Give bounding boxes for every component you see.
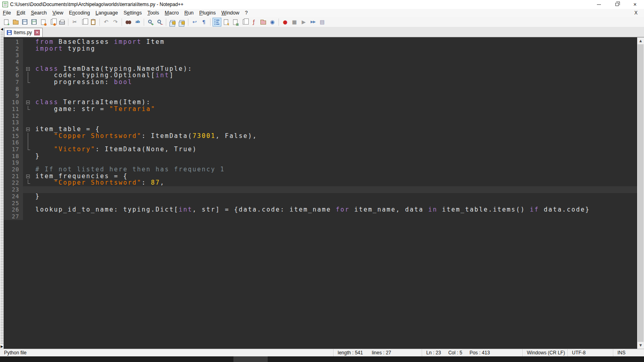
function-list-icon[interactable]: ƒ bbox=[250, 18, 258, 27]
code-line[interactable]: 4 bbox=[4, 59, 637, 66]
folder-as-workspace-icon[interactable] bbox=[259, 18, 268, 27]
menu-encoding[interactable]: Encoding bbox=[66, 9, 93, 16]
zoom-in-icon[interactable]: + bbox=[146, 18, 155, 27]
fold-collapse-marker[interactable] bbox=[23, 173, 34, 180]
macro-record-icon[interactable]: ● bbox=[281, 18, 290, 27]
fold-box-icon[interactable] bbox=[26, 175, 30, 178]
menu-settings[interactable]: Settings bbox=[121, 9, 144, 16]
sync-horizontal-icon[interactable] bbox=[178, 18, 186, 27]
menu-macro[interactable]: Macro bbox=[162, 9, 182, 16]
splitter-expand-right-icon[interactable]: ▶ bbox=[0, 345, 3, 349]
redo-icon[interactable]: ↷ bbox=[111, 18, 120, 27]
splitter-collapse-left-icon[interactable]: ◀ bbox=[0, 27, 3, 31]
code-line[interactable]: 5class ItemData(typing.NamedTuple): bbox=[4, 66, 637, 72]
code-area[interactable]: 1from BaseClasses import Item2import typ… bbox=[4, 37, 637, 349]
line-number: 19 bbox=[4, 159, 23, 166]
status-insert-mode[interactable]: INS bbox=[613, 349, 644, 356]
close-button[interactable]: × bbox=[626, 0, 644, 9]
menubar-close-icon[interactable]: X bbox=[633, 10, 639, 16]
code-line[interactable]: 12 bbox=[4, 113, 637, 119]
status-eol-format[interactable]: Windows (CR LF) bbox=[522, 349, 568, 356]
fold-box-icon[interactable] bbox=[26, 128, 30, 131]
sync-vertical-icon[interactable] bbox=[168, 18, 177, 27]
menu-run[interactable]: Run bbox=[182, 9, 196, 16]
save-all-icon[interactable] bbox=[30, 18, 39, 27]
macro-save-icon[interactable]: ▤ bbox=[318, 18, 327, 27]
monitoring-eye-icon[interactable]: ◉ bbox=[268, 18, 277, 27]
macro-play-icon[interactable]: ▶ bbox=[299, 18, 308, 27]
tab-items-py[interactable]: Items.py ✕ bbox=[4, 28, 43, 37]
macro-stop-icon[interactable]: ■ bbox=[290, 18, 299, 27]
restore-button[interactable] bbox=[608, 0, 626, 9]
taskbar-app-button[interactable] bbox=[233, 356, 268, 362]
paste-icon[interactable] bbox=[89, 18, 98, 27]
document-map-icon[interactable]: ▦ bbox=[231, 18, 240, 27]
document-list-icon[interactable] bbox=[240, 18, 249, 27]
copy-icon[interactable] bbox=[80, 18, 89, 27]
fold-collapse-marker[interactable] bbox=[23, 99, 34, 106]
zoom-out-icon[interactable]: − bbox=[155, 18, 164, 27]
fold-box-icon[interactable] bbox=[26, 101, 30, 104]
function-completion-icon[interactable]: ↯ bbox=[222, 18, 231, 27]
menu-plugins[interactable]: Plugins bbox=[196, 9, 219, 16]
code-line[interactable]: 9 bbox=[4, 93, 637, 99]
cut-icon[interactable]: ✂ bbox=[70, 18, 79, 27]
menu-[interactable]: ? bbox=[242, 9, 251, 16]
scroll-down-icon[interactable]: ▼ bbox=[637, 342, 644, 349]
undo-icon[interactable]: ↶ bbox=[102, 18, 111, 27]
show-all-characters-icon[interactable]: ¶ bbox=[200, 18, 208, 27]
menu-tools[interactable]: Tools bbox=[144, 9, 162, 16]
code-line[interactable]: 8 bbox=[4, 86, 637, 93]
code-line[interactable]: 23 bbox=[4, 186, 637, 193]
code-line[interactable]: 26lookup_id_to_name: typing.Dict[int, st… bbox=[4, 206, 637, 213]
minimize-button[interactable] bbox=[590, 0, 608, 9]
code-line[interactable]: 18} bbox=[4, 153, 637, 160]
save-icon[interactable] bbox=[21, 18, 29, 27]
open-file-icon[interactable] bbox=[11, 18, 20, 27]
new-file-icon[interactable]: + bbox=[2, 18, 11, 27]
code-line[interactable]: 2import typing bbox=[4, 45, 637, 52]
status-encoding[interactable]: UTF-8 bbox=[568, 349, 613, 356]
code-line[interactable]: 21item_frequencies = { bbox=[4, 173, 637, 180]
menu-view[interactable]: View bbox=[50, 9, 66, 16]
code-line[interactable]: 25 bbox=[4, 200, 637, 207]
fold-collapse-marker[interactable] bbox=[23, 126, 34, 133]
menu-file[interactable]: File bbox=[0, 9, 14, 16]
word-wrap-icon[interactable]: ↩ bbox=[190, 18, 199, 27]
replace-icon[interactable]: ab bbox=[133, 18, 142, 27]
scroll-up-icon[interactable]: ▲ bbox=[637, 37, 644, 44]
code-line[interactable]: 16 bbox=[4, 139, 637, 146]
code-line[interactable]: 17 "Victory": ItemData(None, True) bbox=[4, 146, 637, 153]
code-line[interactable]: 27 bbox=[4, 213, 637, 220]
show-indent-guide-icon[interactable] bbox=[213, 18, 221, 27]
close-icon[interactable]: ● bbox=[39, 18, 48, 27]
vertical-scrollbar[interactable]: ▲ ▼ bbox=[637, 37, 644, 349]
menu-window[interactable]: Window bbox=[219, 9, 242, 16]
code-line[interactable]: 20# If not listed here then has frequenc… bbox=[4, 166, 637, 173]
find-icon[interactable] bbox=[124, 18, 133, 27]
code-line[interactable]: 24} bbox=[4, 193, 637, 200]
code-line[interactable]: 1from BaseClasses import Item bbox=[4, 39, 637, 45]
code-line[interactable]: 11 game: str = "Terraria" bbox=[4, 106, 637, 113]
fold-box-icon[interactable] bbox=[26, 67, 30, 71]
code-line[interactable]: 6 code: typing.Optional[int] bbox=[4, 72, 637, 79]
code-line[interactable]: 14item_table = { bbox=[4, 126, 637, 133]
code-line[interactable]: 10class TerrariaItem(Item): bbox=[4, 99, 637, 106]
splitter-grip[interactable] bbox=[0, 31, 4, 345]
code-line[interactable]: 3 bbox=[4, 52, 637, 59]
scrollbar-thumb[interactable] bbox=[638, 44, 644, 342]
menu-language[interactable]: Language bbox=[93, 9, 121, 16]
tab-close-icon[interactable]: ✕ bbox=[34, 30, 40, 35]
docked-panel-splitter[interactable]: ◀ ▶ bbox=[0, 27, 4, 349]
menu-edit[interactable]: Edit bbox=[14, 9, 28, 16]
code-line[interactable]: 7 progression: bool bbox=[4, 79, 637, 86]
code-line[interactable]: 22 "Copper Shortsword": 87, bbox=[4, 179, 637, 186]
code-line[interactable]: 15 "Copper Shortsword": ItemData(73001, … bbox=[4, 133, 637, 140]
code-line[interactable]: 13 bbox=[4, 119, 637, 126]
fold-collapse-marker[interactable] bbox=[23, 66, 34, 72]
menu-search[interactable]: Search bbox=[28, 9, 50, 16]
code-line[interactable]: 19 bbox=[4, 159, 637, 166]
close-all-icon[interactable]: ● bbox=[48, 18, 57, 27]
print-icon[interactable] bbox=[58, 18, 66, 27]
macro-run-multiple-icon[interactable]: ▶▶ bbox=[309, 18, 318, 27]
